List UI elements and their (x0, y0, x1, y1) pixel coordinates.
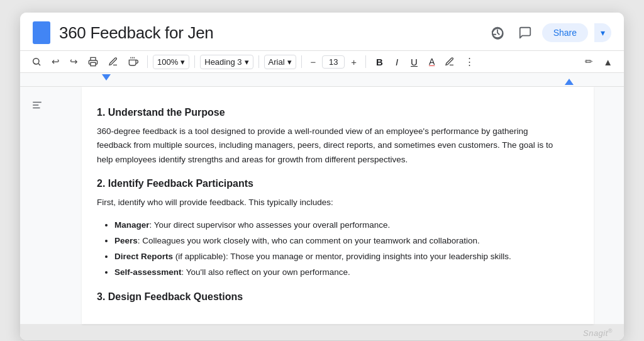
bullet-text-2: : Colleagues you work closely with, who … (138, 236, 480, 245)
print-button[interactable] (84, 54, 102, 69)
bullet-text-3: (if applicable): Those you manage or men… (173, 252, 511, 261)
redo-button[interactable]: ↪ (66, 53, 82, 70)
watermark-registered: ® (608, 328, 613, 334)
section1-heading: 1. Understand the Purpose (97, 107, 564, 118)
separator-2 (194, 55, 195, 68)
doc-icon (33, 21, 50, 44)
increase-font-button[interactable]: + (347, 54, 360, 70)
separator-4 (301, 55, 302, 68)
separator-5 (365, 55, 366, 68)
watermark-text: Snagit (583, 328, 608, 338)
app-window: 360 Feedback for Jen Share ▾ ↩ ↪ (20, 13, 624, 340)
document-body: 1. Understand the Purpose 360-degree fee… (82, 87, 594, 324)
ruler (20, 73, 624, 87)
toolbar: ↩ ↪ 100% ▾ Heading 3 ▾ Arial ▾ − + B (20, 51, 624, 73)
svg-rect-3 (91, 62, 96, 65)
ruler-right-marker (565, 79, 574, 85)
bullet-bold-3: Direct Reports (114, 252, 173, 261)
spell-check-button[interactable] (104, 54, 122, 69)
title-bar: 360 Feedback for Jen Share ▾ (20, 13, 624, 51)
bullet-bold-1: Manager (114, 220, 150, 230)
ruler-left-marker (102, 74, 111, 81)
outline-button[interactable] (29, 97, 45, 116)
svg-point-1 (33, 59, 39, 64)
bold-button[interactable]: B (371, 54, 388, 70)
heading-style-select[interactable]: Heading 3 ▾ (200, 55, 253, 69)
section2-heading: 2. Identify Feedback Participants (97, 178, 564, 189)
content-area: 1. Understand the Purpose 360-degree fee… (20, 87, 624, 324)
section1-para: 360-degree feedback is a tool designed t… (97, 125, 564, 167)
font-select[interactable]: Arial ▾ (264, 55, 296, 69)
list-item: Self-assessment: You'll also reflect on … (114, 266, 564, 280)
bullet-text-1: : Your direct supervisor who assesses yo… (150, 220, 391, 230)
list-item: Manager: Your direct supervisor who asse… (114, 218, 564, 233)
bullet-bold-2: Peers (114, 236, 138, 245)
doc-title: 360 Feedback for Jen (59, 23, 487, 43)
italic-button[interactable]: I (391, 54, 403, 70)
bullet-list: Manager: Your direct supervisor who asse… (97, 218, 564, 280)
sidebar-icons (20, 87, 52, 324)
text-color-button[interactable]: A (425, 54, 438, 69)
edit-mode-button[interactable]: ✏ (581, 53, 597, 70)
section2-intro: First, identify who will provide feedbac… (97, 196, 564, 210)
share-dropdown-button[interactable]: ▾ (594, 23, 611, 42)
separator-3 (258, 55, 259, 68)
watermark: Snagit® (20, 324, 624, 340)
paint-format-button[interactable] (125, 54, 142, 69)
zoom-select[interactable]: 100% ▾ (153, 55, 189, 69)
bullet-bold-4: Self-assessment (114, 267, 182, 277)
history-button[interactable] (487, 22, 508, 43)
title-actions: Share ▾ (487, 22, 611, 43)
list-item: Peers: Colleagues you work closely with,… (114, 234, 564, 249)
decrease-font-button[interactable]: − (307, 54, 320, 70)
underline-button[interactable]: U (406, 54, 423, 70)
comments-button[interactable] (514, 22, 536, 43)
list-item: Direct Reports (if applicable): Those yo… (114, 250, 564, 264)
share-button[interactable]: Share (542, 23, 588, 42)
separator-1 (147, 55, 148, 68)
section3-heading: 3. Design Feedback Questions (97, 291, 564, 303)
undo-button[interactable]: ↩ (48, 53, 64, 70)
bullet-text-4: : You'll also reflect on your own perfor… (182, 267, 350, 277)
collapse-button[interactable]: ▲ (599, 54, 616, 70)
search-button[interactable] (28, 54, 45, 69)
more-options-button[interactable]: ⋮ (461, 53, 478, 70)
toolbar-right: ✏ ▲ (581, 53, 616, 70)
font-size-input[interactable] (322, 55, 345, 69)
highlight-color-button[interactable] (441, 54, 458, 69)
svg-line-2 (38, 64, 40, 65)
